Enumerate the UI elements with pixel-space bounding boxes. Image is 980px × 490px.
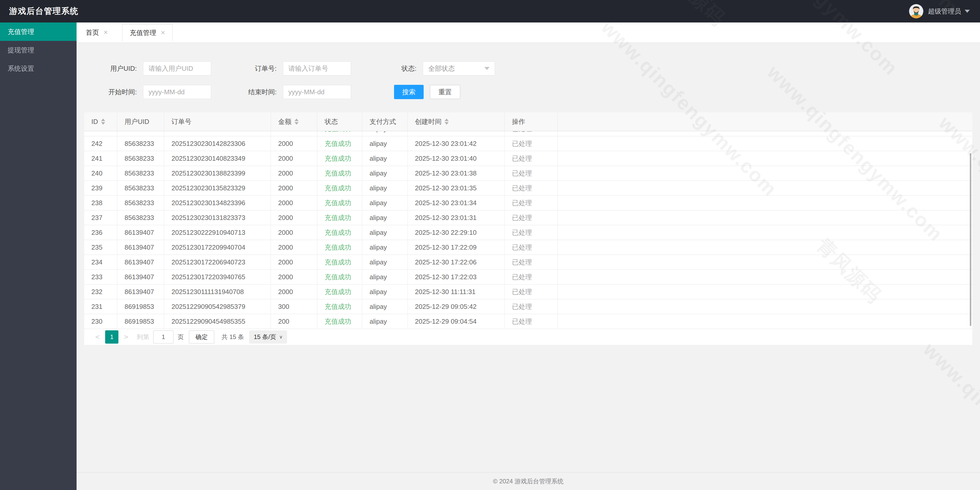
- cell-created: 2025-12-30 11:11:31: [408, 285, 505, 299]
- table-body-rows: 24385638233202512302301448233142000充值成功a…: [84, 131, 972, 329]
- cell-pay_type: alipay: [363, 211, 408, 225]
- cell-uid: 85638233: [118, 166, 164, 180]
- goto-page-input[interactable]: [153, 330, 173, 344]
- cell-action: 已处理: [505, 240, 558, 254]
- cell-pay_type: alipay: [363, 270, 408, 284]
- cell-created: 2025-12-29 09:05:42: [408, 299, 505, 314]
- status-select-value: 全部状态: [428, 64, 455, 73]
- sort-icon[interactable]: [294, 117, 299, 127]
- sidebar-item-settings[interactable]: 系统设置: [0, 59, 76, 78]
- page-size-select[interactable]: 15 条/页 ∨: [249, 330, 287, 344]
- cell-uid: 85638233: [118, 151, 164, 166]
- cell-uid: 86919853: [118, 299, 164, 314]
- page-1-button[interactable]: 1: [105, 330, 118, 344]
- order-no-label: 订单号:: [241, 64, 277, 73]
- cell-order_no: 20251230172209940704: [164, 240, 271, 254]
- footer: © 2024 游戏后台管理系统: [76, 472, 980, 490]
- tab-home[interactable]: 首页×: [79, 22, 115, 43]
- sidebar: 充值管理提现管理系统设置: [0, 22, 76, 490]
- cell-pay_type: alipay: [363, 181, 408, 195]
- table-row: 23885638233202512302301348233962000充值成功a…: [84, 196, 972, 211]
- reset-button[interactable]: 重置: [430, 85, 460, 99]
- recharge-table: ID用户UID订单号金额状态支付方式创建时间操作 243856382332025…: [84, 112, 972, 345]
- sort-icon[interactable]: [101, 117, 105, 127]
- cell-id: 237: [84, 211, 118, 225]
- cell-created: 2025-12-30 23:01:34: [408, 196, 505, 210]
- prev-page-button[interactable]: <: [92, 334, 103, 340]
- uid-input[interactable]: [143, 61, 211, 76]
- cell-uid: 86139407: [118, 270, 164, 284]
- cell-amount: 2000: [271, 225, 318, 239]
- cell-pay_type: alipay: [363, 196, 408, 210]
- cell-action: 已处理: [505, 211, 558, 225]
- start-time-input[interactable]: [143, 85, 211, 99]
- column-header-order_no: 订单号: [164, 112, 271, 131]
- cell-amount: 2000: [271, 196, 318, 210]
- sidebar-item-withdraw[interactable]: 提现管理: [0, 41, 76, 59]
- cell-status: 充值成功: [318, 240, 363, 254]
- cell-amount: 2000: [271, 131, 318, 136]
- table-row: 23686139407202512302229109407132000充值成功a…: [84, 225, 972, 240]
- cell-created: 2025-12-30 23:01:31: [408, 211, 505, 225]
- cell-created: 2025-12-30 17:22:09: [408, 240, 505, 254]
- confirm-page-button[interactable]: 确定: [189, 330, 215, 344]
- cell-action: 已处理: [505, 136, 558, 151]
- cell-created: 2025-12-30 23:01:38: [408, 166, 505, 180]
- end-time-label: 结束时间:: [241, 88, 277, 97]
- next-page-button[interactable]: >: [121, 334, 132, 340]
- cell-pay_type: alipay: [363, 240, 408, 254]
- cell-status: 充值成功: [318, 299, 363, 314]
- user-name: 超级管理员: [928, 7, 961, 16]
- table-row: 23386139407202512301722039407652000充值成功a…: [84, 270, 972, 285]
- cell-created: 2025-12-30 23:01:44: [408, 131, 505, 136]
- sort-icon[interactable]: [445, 117, 449, 127]
- cell-uid: 85638233: [118, 211, 164, 225]
- cell-order_no: 20251230230131823373: [164, 211, 271, 225]
- status-select[interactable]: 全部状态: [423, 61, 495, 76]
- main-area: 首页×充值管理× 用户UID: 订单号: 状态: 全部状态: [76, 22, 980, 490]
- page-unit-label: 页: [178, 333, 184, 341]
- cell-id: 231: [84, 299, 118, 314]
- close-icon[interactable]: ×: [161, 29, 165, 36]
- tab-label: 首页: [86, 28, 99, 37]
- cell-pay_type: alipay: [363, 255, 408, 269]
- cell-order_no: 20251230111131940708: [164, 285, 271, 299]
- cell-amount: 2000: [271, 211, 318, 225]
- cell-created: 2025-12-30 23:01:35: [408, 181, 505, 195]
- search-button[interactable]: 搜索: [394, 85, 424, 99]
- total-count: 共 15 条: [221, 333, 244, 341]
- cell-status: 充值成功: [318, 151, 363, 166]
- order-no-input[interactable]: [283, 61, 351, 76]
- cell-action: 已处理: [505, 131, 558, 136]
- cell-order_no: 20251230230140823349: [164, 151, 271, 166]
- column-header-pay_type: 支付方式: [363, 112, 408, 131]
- end-time-input[interactable]: [283, 85, 351, 99]
- cell-id: 242: [84, 136, 118, 151]
- status-label: 状态:: [381, 64, 417, 73]
- cell-id: 232: [84, 285, 118, 299]
- table-row: 23586139407202512301722099407042000充值成功a…: [84, 240, 972, 255]
- user-avatar: [909, 4, 923, 18]
- cell-order_no: 20251230230142823306: [164, 136, 271, 151]
- page-size-value: 15 条/页: [254, 333, 276, 341]
- cell-id: 238: [84, 196, 118, 210]
- scrollbar-thumb[interactable]: [970, 153, 971, 326]
- footer-text: © 2024 游戏后台管理系统: [493, 477, 563, 485]
- filter-form: 用户UID: 订单号: 状态: 全部状态 开始时间:: [76, 43, 980, 99]
- table-row: 23286139407202512301111319407082000充值成功a…: [84, 285, 972, 299]
- sidebar-item-recharge[interactable]: 充值管理: [0, 22, 76, 41]
- tab-recharge[interactable]: 充值管理×: [122, 24, 172, 41]
- cell-amount: 200: [271, 314, 318, 329]
- cell-amount: 300: [271, 299, 318, 314]
- user-menu[interactable]: 超级管理员: [909, 4, 980, 18]
- cell-pay_type: alipay: [363, 225, 408, 239]
- cell-amount: 2000: [271, 255, 318, 269]
- uid-label: 用户UID:: [101, 64, 137, 73]
- cell-id: 239: [84, 181, 118, 195]
- table-row: 23985638233202512302301358233292000充值成功a…: [84, 181, 972, 196]
- cell-created: 2025-12-30 23:01:40: [408, 151, 505, 166]
- cell-status: 充值成功: [318, 131, 363, 136]
- pagination: < 1 > 到第 页 确定 共 15 条 15 条/页 ∨: [84, 329, 972, 345]
- cell-uid: 86139407: [118, 285, 164, 299]
- close-icon[interactable]: ×: [103, 29, 108, 36]
